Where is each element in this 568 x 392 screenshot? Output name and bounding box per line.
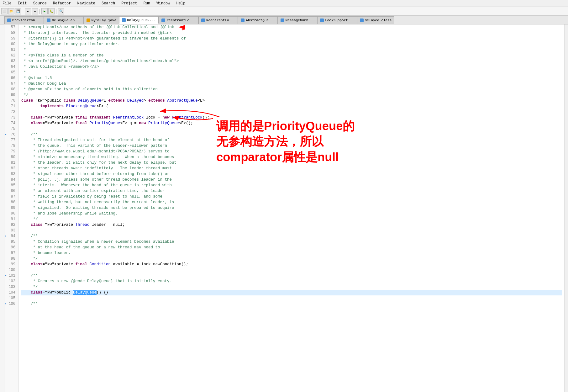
code-line-88: * waiting thread, but not necessarily th… <box>21 199 562 205</box>
tab-delayqueue-main[interactable]: DelayQueue.... <box>119 16 159 24</box>
line-number-102: 102 <box>4 278 17 284</box>
line-number-81: 81 <box>4 160 17 166</box>
tab-delayqueued[interactable]: DelayQueueD... <box>44 16 83 24</box>
code-line-58: * Iterator} interfaces. The Iterator pro… <box>21 30 562 36</box>
line-number-91: 91 <box>4 216 17 222</box>
code-line-93 <box>21 228 562 233</box>
menu-source[interactable]: Source <box>32 1 48 6</box>
code-line-67: * @author Doug Lea <box>21 81 562 87</box>
line-number-84: 84 <box>4 177 17 183</box>
annotation-line1: 调用的是PriorityQueue的 <box>216 119 355 133</box>
line-number-62: 62 <box>4 53 17 58</box>
line-number-59: 59 <box>4 36 17 41</box>
menu-bar: File Edit Source Refactor Navigate Searc… <box>0 0 568 7</box>
code-line-82: * other threads await indefinitely. The … <box>21 166 562 171</box>
toolbar-save[interactable]: 💾 <box>15 8 21 14</box>
tab-reentrantlo2[interactable]: ReentrantLo... <box>198 16 238 24</box>
menu-project[interactable]: Project <box>120 1 138 6</box>
toolbar-search[interactable]: 🔍 <box>58 8 64 14</box>
code-line-65: * <box>21 70 562 75</box>
code-line-66: * @since 1.5 <box>21 75 562 81</box>
vertical-scrollbar[interactable] <box>564 24 568 392</box>
line-number-97: 97 <box>4 250 17 256</box>
line-number-89: 89 <box>4 205 17 211</box>
line-number-78: 78 <box>4 143 17 149</box>
code-line-106: /** <box>21 301 562 307</box>
line-number-105: 105 <box>4 295 17 301</box>
tab-delayqueued-label: DelayQueueD... <box>52 19 81 22</box>
line-number-100: 100 <box>4 267 17 273</box>
code-line-91: */ <box>21 216 562 222</box>
tab-abstractque[interactable]: AbstractQue... <box>238 16 277 24</box>
menu-help[interactable]: Help <box>175 1 187 6</box>
tab-mydelay[interactable]: MyDelay.java <box>84 16 119 24</box>
main-area: 5758596061626364656667686970717273747576… <box>0 24 568 392</box>
tab-messagenumb-icon <box>281 19 284 22</box>
toolbar-sep2 <box>39 9 40 14</box>
line-number-104: 104 <box>4 290 17 295</box>
toolbar-undo[interactable]: ↩ <box>25 8 31 14</box>
line-number-85: 85 <box>4 183 17 188</box>
line-number-95: 95 <box>4 239 17 245</box>
line-number-65: 65 <box>4 70 17 75</box>
code-content[interactable]: * <em>optional</em> methods of the {@lin… <box>19 24 564 392</box>
line-number-57: 57 <box>4 24 17 30</box>
line-number-72: 72 <box>4 109 17 115</box>
tab-providercon-label: ProviderCon... <box>12 19 41 22</box>
toolbar-run[interactable]: ▶ <box>41 8 48 14</box>
menu-edit[interactable]: Edit <box>17 1 28 6</box>
tab-locksupport[interactable]: LockSupport... <box>317 16 357 24</box>
menu-search[interactable]: Search <box>100 1 116 6</box>
toolbar-sep3 <box>56 9 56 14</box>
line-number-79: 79 <box>4 149 17 154</box>
line-number-86: 86 <box>4 188 17 194</box>
code-line-69: */ <box>21 92 562 98</box>
tab-gutter <box>0 16 4 24</box>
tab-providercon[interactable]: ProviderCon... <box>4 16 44 24</box>
tab-bar: ProviderCon... DelayQueueD... MyDelay.ja… <box>0 16 568 24</box>
menu-file[interactable]: File <box>1 1 13 6</box>
code-line-84: * poll(...), unless some other thread be… <box>21 177 562 183</box>
line-number-106: 106 <box>4 301 17 307</box>
code-line-95: * Condition signalled when a newer eleme… <box>21 239 562 245</box>
tab-reentrantlo2-label: ReentrantLo... <box>206 19 235 22</box>
tab-reentrantlo1-label: ReentrantLo... <box>166 19 195 22</box>
line-number-60: 60 <box>4 41 17 47</box>
code-line-64: * Java Collections Framework</a>. <box>21 64 562 70</box>
line-number-77: 77 <box>4 137 17 143</box>
toolbar-debug[interactable]: 🐛 <box>48 8 55 14</box>
line-number-63: 63 <box>4 58 17 64</box>
line-number-73: 73 <box>4 115 17 120</box>
code-line-61: * <box>21 47 562 53</box>
annotation-line2: 无参构造方法，所以 <box>216 135 323 148</box>
toolbar-redo[interactable]: ↪ <box>32 8 38 14</box>
line-number-80: 80 <box>4 154 17 160</box>
toolbar-open[interactable]: 📂 <box>8 8 14 14</box>
menu-window[interactable]: Window <box>155 1 171 6</box>
code-line-99: class="kw">private final Condition avail… <box>21 262 562 267</box>
code-line-97: * become leader. <box>21 250 562 256</box>
tab-reentrantlo2-icon <box>201 19 205 22</box>
code-line-86: * an element with an earlier expiration … <box>21 188 562 194</box>
menu-run[interactable]: Run <box>142 1 152 6</box>
menu-navigate[interactable]: Navigate <box>76 1 97 6</box>
line-number-76: 76 <box>4 132 17 137</box>
line-number-69: 69 <box>4 92 17 98</box>
code-line-105 <box>21 295 562 301</box>
code-line-57: * <em>optional</em> methods of the {@lin… <box>21 24 562 30</box>
tab-delayed-class-icon <box>360 19 364 22</box>
code-line-100 <box>21 267 562 273</box>
code-line-83: * signal some other thread before return… <box>21 171 562 177</box>
editor[interactable]: 5758596061626364656667686970717273747576… <box>4 24 568 392</box>
code-line-68: * @param <E> the type of elements held i… <box>21 87 562 92</box>
toolbar-new[interactable]: ⬜ <box>1 8 8 14</box>
tab-reentrantlo1[interactable]: ReentrantLo... <box>159 16 198 24</box>
tab-delayed-class[interactable]: Delayed.class <box>357 16 395 24</box>
tab-reentrantlo1-icon <box>161 19 165 22</box>
tab-delayed-class-label: Delayed.class <box>365 19 392 22</box>
code-line-59: * #iterator()} is <em>not</em> guarantee… <box>21 36 562 41</box>
tab-messagenumb[interactable]: MessageNumb... <box>278 16 317 24</box>
code-line-94: /** <box>21 233 562 239</box>
menu-refactor[interactable]: Refactor <box>52 1 72 6</box>
line-numbers: 5758596061626364656667686970717273747576… <box>4 24 19 392</box>
